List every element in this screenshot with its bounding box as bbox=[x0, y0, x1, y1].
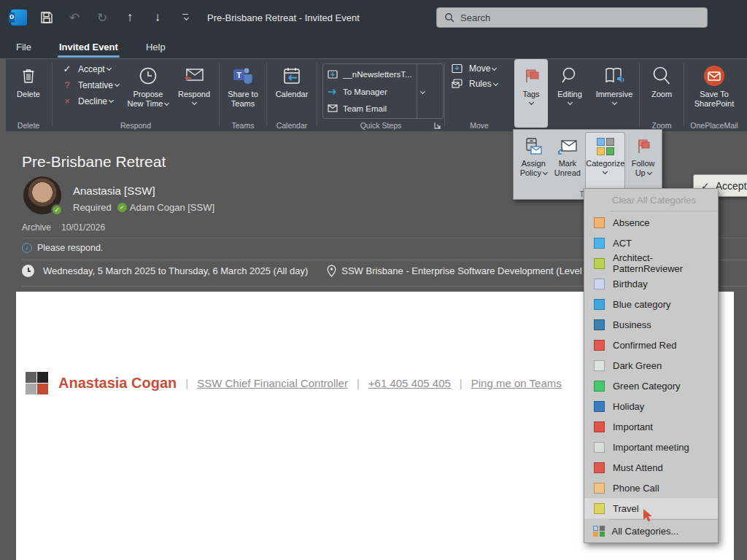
envelope-icon bbox=[328, 104, 339, 112]
rules-button[interactable]: Rules bbox=[452, 79, 510, 89]
event-datetime: Wednesday, 5 March 2025 to Thursday, 6 M… bbox=[43, 265, 308, 276]
organizer-avatar[interactable]: ✓ bbox=[23, 176, 61, 214]
menu-item-category[interactable]: Green Category bbox=[584, 376, 718, 396]
info-icon: i bbox=[22, 243, 32, 253]
menu-item-category[interactable]: Architect-PatternReviewer bbox=[584, 253, 718, 273]
tab-help[interactable]: Help bbox=[144, 37, 167, 57]
group-label-quick-steps: Quick Steps bbox=[318, 121, 444, 130]
menu-item-category[interactable]: Absence bbox=[584, 212, 718, 233]
category-swatch bbox=[594, 360, 605, 371]
category-swatch bbox=[594, 483, 605, 494]
quickstep-team-email[interactable]: Team Email bbox=[328, 104, 412, 113]
quickstep-to-manager[interactable]: To Manager bbox=[328, 88, 412, 96]
quick-steps-dialog-launcher-icon[interactable] bbox=[433, 121, 442, 130]
category-swatch bbox=[594, 421, 605, 432]
organizer-name[interactable]: Anastasia [SSW] bbox=[73, 184, 155, 197]
ribbon-tab-row: File Invited Event Help bbox=[0, 35, 747, 58]
category-list: Absence ACT Architect-PatternReviewer Bi… bbox=[584, 211, 718, 519]
category-swatch bbox=[594, 503, 605, 514]
menu-item-category[interactable]: Blue category bbox=[584, 294, 718, 314]
archive-label: Archive bbox=[22, 222, 51, 233]
category-swatch bbox=[594, 401, 605, 412]
calendar-button[interactable]: Calendar bbox=[268, 59, 316, 99]
search-input[interactable] bbox=[460, 12, 679, 23]
tab-invited-event[interactable]: Invited Event bbox=[58, 37, 120, 57]
menu-item-category[interactable]: Dark Green bbox=[584, 355, 718, 376]
tentative-button[interactable]: ?Tentative bbox=[61, 79, 120, 90]
menu-item-category[interactable]: ACT bbox=[584, 233, 718, 253]
move-button[interactable]: Move bbox=[452, 63, 510, 74]
move-up-icon[interactable]: ↑ bbox=[121, 9, 139, 26]
decline-button[interactable]: ×Decline bbox=[61, 96, 120, 106]
category-swatch bbox=[594, 340, 605, 351]
menu-item-clear-all: Clear All Categories bbox=[584, 189, 718, 211]
respond-note: Please respond. bbox=[37, 243, 103, 253]
propose-new-time-button[interactable]: Propose New Time bbox=[123, 59, 173, 109]
signature-title-link[interactable]: SSW Chief Financial Controller bbox=[197, 377, 348, 389]
immersive-button[interactable]: Immersive bbox=[590, 59, 638, 104]
categorize-icon bbox=[597, 136, 614, 158]
respond-button[interactable]: Respond bbox=[173, 59, 215, 104]
outlook-app-icon bbox=[10, 9, 28, 26]
immersive-reader-icon bbox=[603, 64, 625, 88]
tags-button[interactable]: Tags bbox=[514, 59, 548, 128]
search-icon bbox=[444, 12, 454, 23]
ribbon-group-quick-steps: __nNewslettersT... To Manager Team Email… bbox=[318, 59, 444, 131]
zoom-button[interactable]: Zoom bbox=[640, 59, 683, 99]
menu-item-category[interactable]: Must Attend bbox=[584, 457, 718, 478]
menu-item-category[interactable]: Holiday bbox=[584, 396, 718, 416]
ribbon-group-respond: ✓Accept ?Tentative ×Decline Propose New … bbox=[53, 59, 218, 131]
menu-item-category[interactable]: Important bbox=[584, 416, 718, 437]
save-icon[interactable] bbox=[38, 9, 55, 26]
ribbon-group-delete: Delete Delete bbox=[6, 59, 51, 131]
signature-name: Anastasia Cogan bbox=[58, 375, 177, 392]
quickstep-newsletters[interactable]: __nNewslettersT... bbox=[328, 70, 412, 79]
move-down-icon[interactable]: ↓ bbox=[149, 9, 166, 26]
editing-button[interactable]: Editing bbox=[549, 59, 590, 104]
title-bar: ↶ ↻ ↑ ↓ Pre-Brisbane Retreat - Invited E… bbox=[0, 0, 747, 35]
share-to-teams-button[interactable]: T Share to Teams bbox=[220, 59, 266, 109]
all-categories-icon bbox=[593, 526, 605, 537]
signature-phone-link[interactable]: +61 405 405 405 bbox=[368, 377, 451, 389]
menu-item-category[interactable]: Business bbox=[584, 314, 718, 335]
assign-policy-button[interactable]: Assign Policy bbox=[516, 132, 551, 178]
menu-item-category[interactable]: Phone Call bbox=[584, 478, 718, 498]
when-where-row: Wednesday, 5 March 2025 to Thursday, 6 M… bbox=[22, 265, 638, 277]
rules-icon bbox=[452, 79, 465, 89]
window-title: Pre-Brisbane Retreat - Invited Event bbox=[207, 12, 360, 23]
group-label-move: Move bbox=[446, 121, 513, 130]
quick-steps-more-button[interactable] bbox=[417, 64, 429, 118]
flag-icon bbox=[522, 64, 540, 88]
menu-item-category[interactable]: Confirmed Red bbox=[584, 335, 718, 355]
folder-arrow-icon bbox=[328, 70, 339, 79]
customize-qat-icon[interactable] bbox=[177, 9, 194, 26]
search-bar[interactable] bbox=[436, 7, 708, 28]
ribbon-group-onplacemail: Save To SharePoint OnePlaceMail bbox=[685, 59, 743, 131]
menu-item-category[interactable]: Birthday bbox=[584, 273, 718, 294]
signature-teams-link[interactable]: Ping me on Teams bbox=[471, 377, 562, 389]
arrow-right-icon bbox=[328, 88, 339, 96]
clock-icon bbox=[139, 64, 158, 88]
archive-date: 10/01/2026 bbox=[61, 222, 105, 233]
group-label-respond: Respond bbox=[53, 121, 218, 130]
x-icon: × bbox=[61, 96, 74, 106]
delete-button[interactable]: Delete bbox=[6, 59, 51, 99]
tab-file[interactable]: File bbox=[15, 37, 33, 57]
editing-magnifier-icon bbox=[560, 64, 579, 88]
mark-unread-button[interactable]: Mark Unread bbox=[551, 132, 585, 178]
category-swatch bbox=[594, 442, 605, 453]
follow-up-flag-icon bbox=[635, 136, 651, 158]
event-title: Pre-Brisbane Retreat bbox=[22, 153, 166, 171]
time-icon bbox=[22, 265, 34, 277]
teams-icon: T bbox=[232, 64, 254, 88]
ribbon-group-zoom: Zoom Zoom bbox=[640, 59, 683, 131]
ribbon: Delete Delete ✓Accept ?Tentative ×Declin… bbox=[6, 58, 747, 131]
sharepoint-save-icon bbox=[703, 64, 726, 88]
follow-up-button[interactable]: Follow Up bbox=[626, 132, 660, 178]
ribbon-group-tags: Tags bbox=[513, 59, 549, 131]
attendee-name[interactable]: Adam Cogan [SSW] bbox=[130, 202, 214, 213]
accept-button[interactable]: ✓Accept bbox=[61, 63, 120, 74]
save-to-sharepoint-button[interactable]: Save To SharePoint bbox=[685, 59, 743, 109]
trash-icon bbox=[21, 64, 36, 88]
menu-item-category[interactable]: Important meeting bbox=[584, 437, 718, 457]
